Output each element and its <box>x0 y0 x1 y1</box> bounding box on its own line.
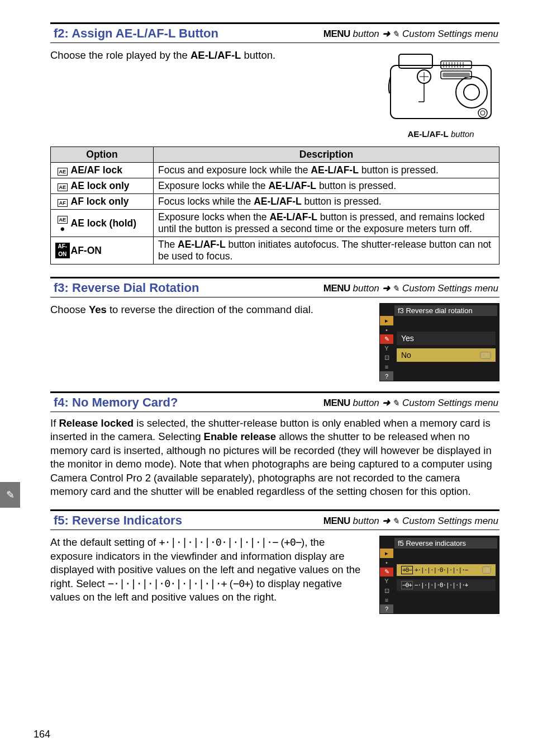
menu-path-text: button <box>353 398 379 408</box>
menu-button-label: MENU <box>323 29 350 39</box>
svg-rect-1 <box>399 54 432 68</box>
menu-path-name: Custom Settings menu <box>402 283 498 294</box>
text: to reverse the direction of the command … <box>107 304 313 315</box>
menu-button-label: MENU <box>323 516 350 526</box>
text: Choose <box>50 304 89 315</box>
text: Choose the role played by the <box>50 49 191 61</box>
svg-point-20 <box>480 111 485 115</box>
screenshot-sidebar: ▸•✎Y⊡≡? <box>380 316 393 381</box>
pencil-icon: ✎ <box>6 489 15 501</box>
menu-path: MENU button ➜ ✎ Custom Settings menu <box>323 282 498 294</box>
body-text: If Release locked is selected, the shutt… <box>50 417 499 498</box>
menu-option-yes[interactable]: Yes <box>397 332 496 345</box>
menu-path-text: button <box>353 516 379 526</box>
option-name: AF lock only <box>70 194 154 210</box>
text-bold: Yes <box>89 304 107 315</box>
screenshot-title: f5 Reverse indicators <box>394 538 497 549</box>
sidebar-tab: ✎ <box>0 482 20 508</box>
svg-point-2 <box>456 77 487 108</box>
option-icon: AE <box>51 163 70 178</box>
camera-illustration: AE-L/AF-L button <box>382 49 499 139</box>
table-row: AE AE lock only Exposure locks while the… <box>51 178 499 194</box>
col-header-desc: Description <box>154 147 499 163</box>
menu-option-no[interactable]: NoOK <box>397 348 496 362</box>
option-desc: Exposure locks when the AE-L/AF-L button… <box>154 210 499 237</box>
option-name: AE lock only <box>70 178 154 194</box>
arrow-icon: ➜ <box>382 283 390 294</box>
table-row: AF AF lock only Focus locks while the AE… <box>51 194 499 210</box>
menu-button-label: MENU <box>323 398 350 408</box>
screenshot-sidebar: ▸•✎Y⊡≡? <box>380 549 393 613</box>
arrow-icon: ➜ <box>382 398 390 408</box>
svg-rect-15 <box>442 73 470 77</box>
svg-point-19 <box>478 108 487 117</box>
section-header-f3: f3: Reverse Dial Rotation MENU button ➜ … <box>50 277 499 297</box>
intro-text: Choose Yes to reverse the direction of t… <box>50 303 368 316</box>
col-header-option: Option <box>51 147 154 163</box>
option-desc: Focus and exposure lock while the AE-L/A… <box>154 163 499 178</box>
pencil-icon: ✎ <box>392 284 399 294</box>
menu-path-name: Custom Settings menu <box>402 398 498 408</box>
caption: AE-L/AF-L button <box>407 129 474 139</box>
menu-path-text: button <box>353 283 379 294</box>
table-row: AF-ON AF-ON The AE-L/AF-L button initiat… <box>51 237 499 264</box>
section-title: f5: Reverse Indicators <box>54 513 182 528</box>
pencil-icon: ✎ <box>392 398 399 408</box>
caption-text: button <box>449 129 474 139</box>
body-text: At the default setting of +·|·|·|·|·0·|·… <box>50 536 368 604</box>
caption-bold: AE-L/AF-L <box>407 129 448 139</box>
menu-path-text: button <box>353 29 379 39</box>
option-name: AE/AF lock <box>70 163 154 178</box>
camera-icon <box>385 49 497 127</box>
screenshot-title: f3 Reverse dial rotation <box>394 305 497 316</box>
menu-screenshot: f5 Reverse indicators ▸•✎Y⊡≡? +0−+·|·|·|… <box>379 536 499 614</box>
pencil-icon: ✎ <box>392 516 399 526</box>
svg-point-3 <box>464 84 479 100</box>
table-row: AE AE/AF lock Focus and exposure lock wh… <box>51 163 499 178</box>
menu-option-plus-minus[interactable]: +0−+·|·|·|·0·|·|·|·− OK <box>397 564 496 576</box>
option-icon: AF-ON <box>51 237 70 264</box>
option-name: AE lock (hold) <box>70 210 154 237</box>
option-icon: AE <box>51 178 70 194</box>
arrow-icon: ➜ <box>382 29 390 39</box>
options-table: Option Description AE AE/AF lock Focus a… <box>50 147 499 264</box>
section-title: f2: Assign AE-L/AF-L Button <box>54 26 218 41</box>
section-header-f5: f5: Reverse Indicators MENU button ➜ ✎ C… <box>50 509 499 530</box>
menu-path: MENU button ➜ ✎ Custom Settings menu <box>323 397 498 409</box>
intro-text: Choose the role played by the AE-L/AF-L … <box>50 49 382 62</box>
menu-path-name: Custom Settings menu <box>402 516 498 526</box>
option-icon: AF <box>51 194 70 210</box>
section-title: f3: Reverse Dial Rotation <box>54 281 199 295</box>
menu-screenshot: f3 Reverse dial rotation ▸•✎Y⊡≡? Yes NoO… <box>379 303 499 381</box>
section-header-f2: f2: Assign AE-L/AF-L Button MENU button … <box>50 22 499 43</box>
pencil-icon: ✎ <box>392 29 399 39</box>
ok-badge: OK <box>482 566 491 574</box>
ok-badge: OK <box>480 352 491 359</box>
option-desc: Exposure locks while the AE-L/AF-L butto… <box>154 178 499 194</box>
table-row: AE● AE lock (hold) Exposure locks when t… <box>51 210 499 237</box>
menu-button-label: MENU <box>323 283 350 294</box>
option-desc: The AE-L/AF-L button initiates autofocus… <box>154 237 499 264</box>
menu-path: MENU button ➜ ✎ Custom Settings menu <box>323 515 498 527</box>
section-title: f4: No Memory Card? <box>54 395 178 410</box>
menu-path-name: Custom Settings menu <box>402 29 498 39</box>
option-desc: Focus locks while the AE-L/AF-L button i… <box>154 194 499 210</box>
menu-path: MENU button ➜ ✎ Custom Settings menu <box>323 28 498 40</box>
option-icon: AE● <box>51 210 70 237</box>
option-name: AF-ON <box>70 237 154 264</box>
section-header-f4: f4: No Memory Card? MENU button ➜ ✎ Cust… <box>50 391 499 412</box>
menu-option-minus-plus[interactable]: −0+−·|·|·|·0·|·|·|·+ <box>397 579 496 591</box>
text-bold: AE-L/AF-L <box>191 49 241 61</box>
text: button. <box>241 49 275 61</box>
arrow-icon: ➜ <box>382 516 390 526</box>
page-number: 164 <box>34 729 50 740</box>
